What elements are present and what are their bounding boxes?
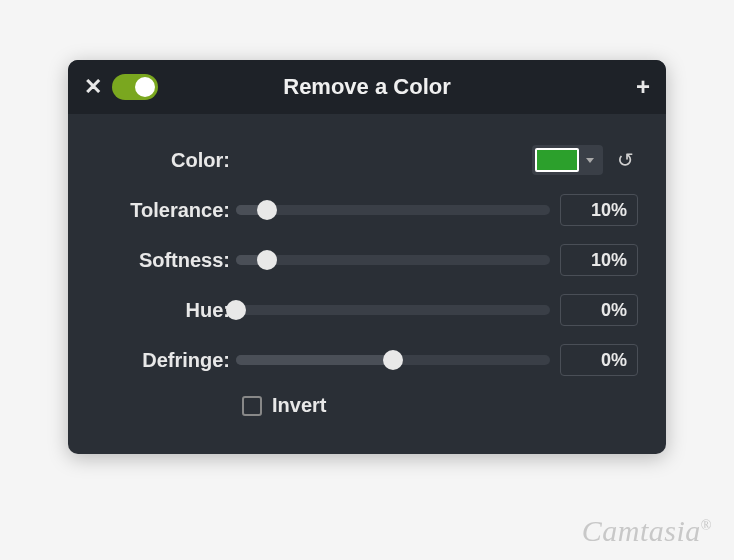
hue-value[interactable]: 0% xyxy=(560,294,638,326)
defringe-value[interactable]: 0% xyxy=(560,344,638,376)
defringe-slider-thumb[interactable] xyxy=(383,350,403,370)
invert-checkbox[interactable] xyxy=(242,396,262,416)
defringe-slider[interactable] xyxy=(236,355,550,365)
tolerance-label: Tolerance: xyxy=(96,199,236,222)
color-swatch xyxy=(535,148,579,172)
close-icon[interactable]: ✕ xyxy=(84,76,102,98)
hue-slider[interactable] xyxy=(236,305,550,315)
softness-row: Softness: 10% xyxy=(96,244,638,276)
tolerance-row: Tolerance: 10% xyxy=(96,194,638,226)
softness-slider-thumb[interactable] xyxy=(257,250,277,270)
remove-color-panel: ✕ Remove a Color + Color: ↺ Tolerance: xyxy=(68,60,666,454)
toggle-knob xyxy=(135,77,155,97)
tolerance-value[interactable]: 10% xyxy=(560,194,638,226)
watermark: Camtasia® xyxy=(582,514,712,548)
invert-label: Invert xyxy=(272,394,326,417)
defringe-slider-fill xyxy=(236,355,393,365)
chevron-down-icon xyxy=(586,158,594,163)
hue-slider-thumb[interactable] xyxy=(226,300,246,320)
softness-control: 10% xyxy=(236,244,638,276)
hue-control: 0% xyxy=(236,294,638,326)
softness-slider[interactable] xyxy=(236,255,550,265)
tolerance-control: 10% xyxy=(236,194,638,226)
invert-row: Invert xyxy=(96,394,638,417)
panel-body: Color: ↺ Tolerance: 10% Softness: xyxy=(68,114,666,454)
color-label: Color: xyxy=(96,149,236,172)
enable-toggle[interactable] xyxy=(112,74,158,100)
softness-label: Softness: xyxy=(96,249,236,272)
hue-label: Hue: xyxy=(96,299,236,322)
add-icon[interactable]: + xyxy=(636,75,650,99)
defringe-control: 0% xyxy=(236,344,638,376)
reset-color-icon[interactable]: ↺ xyxy=(613,148,638,172)
panel-header: ✕ Remove a Color + xyxy=(68,60,666,114)
tolerance-slider[interactable] xyxy=(236,205,550,215)
softness-value[interactable]: 10% xyxy=(560,244,638,276)
color-row: Color: ↺ xyxy=(96,144,638,176)
color-control: ↺ xyxy=(236,145,638,175)
defringe-label: Defringe: xyxy=(96,349,236,372)
panel-title: Remove a Color xyxy=(283,74,451,100)
color-picker[interactable] xyxy=(532,145,603,175)
defringe-row: Defringe: 0% xyxy=(96,344,638,376)
hue-row: Hue: 0% xyxy=(96,294,638,326)
tolerance-slider-thumb[interactable] xyxy=(257,200,277,220)
